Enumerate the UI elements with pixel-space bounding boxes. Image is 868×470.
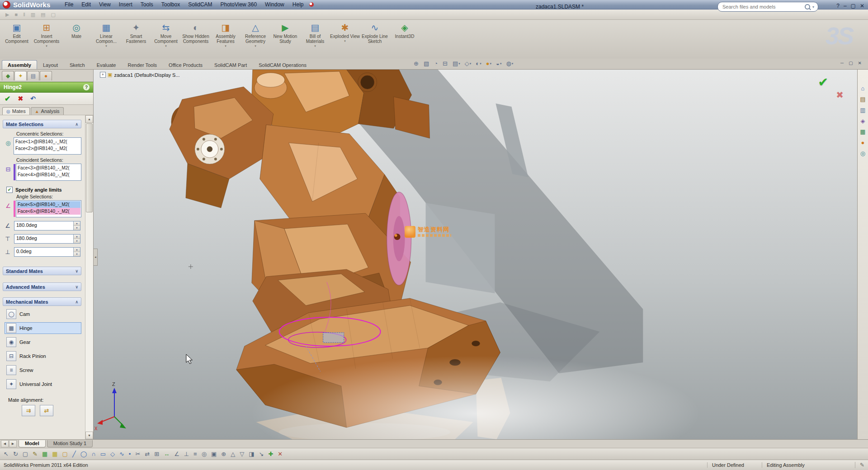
commandmanager-tab[interactable]: Sketch (64, 60, 91, 69)
sketch-tool-icon[interactable]: ⇄ (145, 451, 150, 457)
sketch-tool-icon[interactable]: ≡ (193, 451, 197, 457)
selection-item[interactable]: Face<4>@IRB140_-_M2( (17, 171, 80, 178)
command-button[interactable]: ∿ Explode Line Sketch (360, 22, 390, 48)
headsup-tool[interactable]: ◇ ▾ (463, 60, 473, 67)
spinner-up-icon[interactable]: ▲ (74, 248, 80, 252)
quickbar-icon[interactable]: ■ (14, 12, 18, 17)
search-dropdown-caret-icon[interactable]: ▾ (812, 5, 814, 9)
commandmanager-tab[interactable]: Assembly (2, 60, 37, 69)
headsup-tool[interactable]: ▤ ▾ (451, 60, 462, 67)
commandmanager-tab[interactable]: Render Tools (122, 60, 163, 69)
spinner-up-icon[interactable]: ▲ (74, 235, 80, 239)
tab-scroll-button[interactable]: ▶ (9, 440, 17, 447)
sketch-tool-icon[interactable]: ∿ (119, 451, 124, 457)
search-icon[interactable] (805, 4, 810, 9)
commandmanager-tab[interactable]: Office Products (163, 60, 208, 69)
headsup-tool[interactable]: ◒ ▾ (495, 60, 503, 67)
sketch-tool-icon[interactable]: ╱ (72, 451, 76, 457)
command-button[interactable]: ▣ Edit Component (2, 22, 32, 48)
cancel-button[interactable]: ✖ (18, 95, 23, 102)
specify-angle-checkbox[interactable]: ✔ (6, 187, 13, 193)
selection-item[interactable]: Face<5>@IRB140_-_M2( (17, 201, 80, 208)
confirm-corner-cancel-button[interactable]: ✖ (836, 89, 844, 100)
mechanical-mate-option[interactable]: ◯ Cam (5, 308, 81, 320)
section-header-advanced-mates[interactable]: Advanced Mates ∨ (3, 282, 81, 291)
command-button[interactable]: ⊞ Insert Components ▾ (32, 22, 61, 48)
doc-restore-button[interactable]: ▢ (849, 61, 853, 66)
quickbar-icon[interactable]: ▤ (41, 12, 45, 18)
command-button[interactable]: ◈ Instant3D (390, 22, 420, 48)
scrollbar-track[interactable] (85, 213, 93, 432)
taskpane-icon[interactable]: ◎ (860, 150, 865, 157)
panel-splitter-handle[interactable]: ◂ (94, 249, 98, 266)
commandmanager-tab[interactable]: SolidCAM Operations (253, 60, 312, 69)
spinner-up-icon[interactable]: ▲ (74, 221, 80, 226)
selection-item[interactable]: Face<2>@IRB140_-_M2( (14, 145, 80, 152)
coincident-selection-list[interactable]: Face<3>@IRB140_-_M2(Face<4>@IRB140_-_M2( (16, 164, 81, 181)
mechanical-mate-option[interactable]: ✦ Universal Joint (5, 378, 81, 390)
sketch-tool-icon[interactable]: ✕ (278, 451, 283, 457)
sketch-tool-icon[interactable]: ▽ (240, 451, 244, 457)
sketch-tool-icon[interactable]: ✂ (135, 451, 140, 457)
command-button[interactable]: ◨ Assembly Features ▾ (211, 22, 241, 48)
command-button[interactable]: ✦ Smart Fasteners (121, 22, 151, 48)
sketch-tool-icon[interactable]: ∠ (174, 451, 179, 457)
help-button[interactable]: ? (836, 3, 840, 9)
command-button[interactable]: △ Reference Geometry ▾ (241, 22, 270, 48)
menu-item[interactable]: View (95, 0, 115, 9)
angle-input[interactable]: 180.0deg ▲ ▼ (14, 221, 80, 230)
menu-item[interactable]: Edit (77, 0, 95, 9)
section-header-standard-mates[interactable]: Standard Mates ∨ (3, 267, 81, 275)
quickbar-icon[interactable]: ▥ (31, 12, 35, 18)
panel-tab[interactable]: ▤ (27, 71, 39, 80)
mate-alignment-button[interactable]: ⇉ (22, 405, 35, 416)
sketch-tool-icon[interactable]: ◇ (110, 451, 115, 457)
sketch-tool-icon[interactable]: ◎ (202, 451, 207, 457)
commandmanager-tab[interactable]: Layout (37, 60, 64, 69)
taskpane-icon[interactable]: ◈ (861, 118, 865, 124)
sketch-tool-icon[interactable]: ▢ (23, 451, 28, 457)
command-button[interactable]: ▦ Linear Compon... ▾ (91, 22, 121, 48)
spinner-down-icon[interactable]: ▼ (74, 252, 80, 256)
quickbar-icon[interactable]: ‖ (23, 12, 25, 17)
sketch-tool-icon[interactable]: ✎ (33, 451, 38, 457)
selection-item[interactable]: Face<6>@IRB140_-_M2( (17, 208, 80, 215)
taskpane-icon[interactable]: ▦ (860, 128, 865, 135)
sketch-tool-icon[interactable]: ▦ (42, 451, 47, 457)
menu-item[interactable]: Toolbox (157, 0, 184, 9)
spinner-down-icon[interactable]: ▼ (74, 226, 80, 230)
tree-expand-icon[interactable]: + (100, 72, 106, 78)
command-button[interactable]: ▶ New Motion Study (270, 22, 300, 48)
spinner-down-icon[interactable]: ▼ (74, 239, 80, 243)
confirm-corner-ok-button[interactable]: ✔ (818, 75, 828, 89)
panel-tab[interactable]: ✦ (14, 71, 27, 80)
mechanical-mate-option[interactable]: ≡ Screw (5, 364, 81, 376)
commandmanager-tab[interactable]: SolidCAM Part (208, 60, 253, 69)
mate-alignment-button[interactable]: ⇄ (40, 405, 53, 416)
sketch-tool-icon[interactable]: ↘ (259, 451, 264, 457)
3d-model-canvas[interactable]: Z X (94, 70, 857, 439)
angle-selection-list[interactable]: Face<5>@IRB140_-_M2(Face<6>@IRB140_-_M2( (16, 200, 81, 217)
headsup-tool[interactable]: ● ▾ (485, 60, 493, 67)
scroll-up-icon[interactable]: ▲ (85, 115, 93, 123)
menu-item[interactable]: Insert (115, 0, 137, 9)
taskpane-icon[interactable]: ● (861, 139, 865, 146)
sketch-tool-icon[interactable]: ✚ (268, 451, 273, 457)
mechanical-mate-option[interactable]: ⊟ Rack Pinion (5, 350, 81, 362)
doc-minimize-button[interactable]: ─ (840, 61, 844, 66)
mechanical-mate-option[interactable]: ▦ Hinge (5, 322, 81, 334)
sketch-tool-icon[interactable]: ⊥ (184, 451, 189, 457)
command-button[interactable]: ◐ Show Hidden Components (181, 22, 211, 48)
menu-item[interactable]: Help (288, 0, 308, 9)
menu-item[interactable]: Tools (137, 0, 157, 9)
document-tab[interactable]: Motion Study 1 (47, 440, 93, 447)
headsup-tool[interactable]: ▧ (422, 60, 431, 67)
sketch-tool-icon[interactable]: ↻ (13, 451, 18, 457)
ok-button[interactable]: ✔ (5, 94, 10, 103)
search-input[interactable] (722, 4, 802, 10)
commandmanager-tab[interactable]: Evaluate (91, 60, 122, 69)
doc-close-button[interactable]: ✕ (858, 61, 862, 66)
maximize-button[interactable]: ▢ (851, 3, 856, 9)
quickbar-icon[interactable]: ▢ (51, 12, 55, 18)
panel-tab[interactable]: ● (40, 71, 52, 80)
